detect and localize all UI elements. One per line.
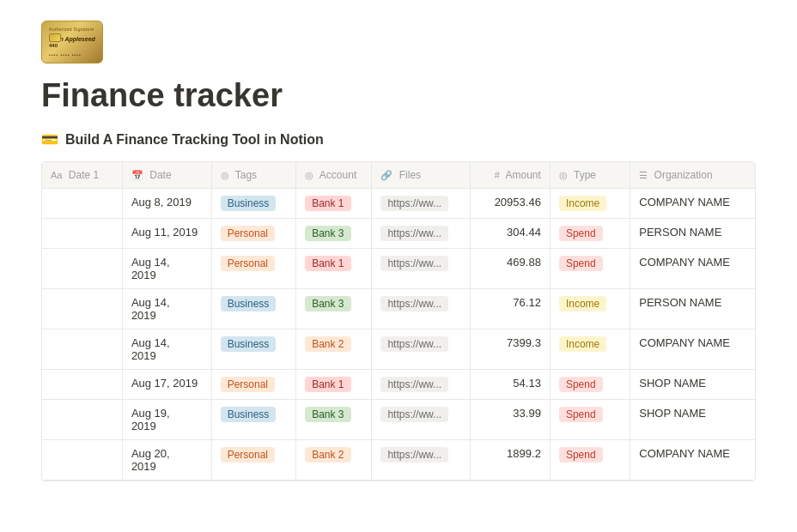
cell-date: Aug 14, 2019 [122, 329, 211, 370]
cell-type: Spend [550, 400, 630, 440]
table-row: Aug 14, 2019BusinessBank 3https://ww...7… [42, 289, 755, 329]
cell-org: COMPANY NAME [630, 189, 755, 219]
cell-amount: 7399.3 [470, 329, 550, 370]
account-badge: Bank 2 [305, 447, 350, 462]
cell-date: Aug 8, 2019 [122, 189, 211, 219]
cell-org: COMPANY NAME [630, 329, 755, 370]
card-chip [49, 33, 61, 42]
cell-amount: 1899.2 [470, 440, 550, 481]
file-link[interactable]: https://ww... [380, 377, 448, 392]
cell-tag: Business [211, 289, 296, 329]
cell-type: Spend [550, 440, 630, 481]
cell-files[interactable]: https://ww... [372, 219, 470, 249]
col-header-date: 📅 Date [122, 162, 211, 189]
cell-date: Aug 17, 2019 [122, 370, 211, 400]
tag-icon: ◎ [221, 170, 229, 180]
cell-type: Income [550, 289, 630, 329]
card-authorized-text: Authorized Signature [49, 27, 95, 32]
cell-type: Spend [550, 249, 630, 289]
cell-amount: 33.99 [470, 400, 550, 440]
file-link[interactable]: https://ww... [380, 407, 448, 422]
account-badge: Bank 3 [305, 296, 350, 311]
col-header-type: ◎ Type [550, 162, 630, 189]
cell-account: Bank 1 [296, 370, 372, 400]
tag-badge: Business [221, 407, 277, 422]
table-row: Aug 14, 2019PersonalBank 1https://ww...4… [42, 249, 755, 289]
cell-date1 [42, 400, 122, 440]
cell-files[interactable]: https://ww... [372, 249, 470, 289]
cell-date1 [42, 189, 122, 219]
cell-files[interactable]: https://ww... [372, 189, 470, 219]
cell-date: Aug 14, 2019 [122, 249, 211, 289]
file-link[interactable]: https://ww... [380, 447, 448, 462]
cell-org: COMPANY NAME [630, 249, 755, 289]
account-badge: Bank 1 [305, 377, 350, 392]
cell-date: Aug 14, 2019 [122, 289, 211, 329]
account-badge: Bank 3 [305, 407, 350, 422]
cell-amount: 469.88 [470, 249, 550, 289]
file-link[interactable]: https://ww... [380, 296, 448, 311]
section-title: Build A Finance Tracking Tool in Notion [65, 132, 324, 148]
cell-org: SHOP NAME [630, 400, 755, 440]
data-table: Aa Date 1 📅 Date ◎ Tags ◎ Account [41, 161, 756, 481]
cell-type: Income [550, 189, 630, 219]
cell-files[interactable]: https://ww... [372, 289, 470, 329]
org-icon: ☰ [639, 170, 648, 180]
account-badge: Bank 3 [305, 226, 350, 241]
cell-tag: Personal [211, 440, 296, 481]
cell-files[interactable]: https://ww... [372, 370, 470, 400]
cell-date1 [42, 370, 122, 400]
tag-badge: Personal [221, 226, 275, 241]
cell-date: Aug 20, 2019 [122, 440, 211, 481]
hash-icon: # [495, 170, 500, 180]
cell-files[interactable]: https://ww... [372, 400, 470, 440]
cell-amount: 54.13 [470, 370, 550, 400]
table-row: Aug 19, 2019BusinessBank 3https://ww...3… [42, 400, 755, 440]
col-header-date1: Aa Date 1 [42, 162, 122, 189]
cell-files[interactable]: https://ww... [372, 440, 470, 481]
cell-account: Bank 2 [296, 329, 372, 370]
account-badge: Bank 2 [305, 336, 350, 352]
cell-tag: Business [211, 400, 296, 440]
cell-account: Bank 1 [296, 249, 372, 289]
type-badge: Spend [559, 407, 603, 422]
cell-date1 [42, 219, 122, 249]
files-icon: 🔗 [380, 170, 392, 180]
cell-org: PERSON NAME [630, 219, 755, 249]
cell-tag: Personal [211, 370, 296, 400]
cell-date: Aug 19, 2019 [122, 400, 211, 440]
type-badge: Spend [559, 447, 603, 462]
cell-date: Aug 11, 2019 [122, 219, 211, 249]
file-link[interactable]: https://ww... [380, 256, 448, 271]
file-link[interactable]: https://ww... [380, 196, 448, 211]
cell-files[interactable]: https://ww... [372, 329, 470, 370]
card-number: •••• •••• •••• [49, 52, 95, 57]
cell-org: COMPANY NAME [630, 440, 755, 481]
type-badge: Income [559, 296, 606, 311]
cell-type: Spend [550, 370, 630, 400]
type-badge: Spend [559, 256, 603, 271]
tag-badge: Personal [221, 256, 275, 271]
cell-amount: 304.44 [470, 219, 550, 249]
col-header-account: ◎ Account [296, 162, 372, 189]
cell-tag: Business [211, 189, 296, 219]
calendar-icon: 📅 [131, 170, 143, 180]
file-link[interactable]: https://ww... [380, 226, 448, 241]
col-header-org: ☰ Organization [630, 162, 755, 189]
account-icon: ◎ [305, 170, 313, 180]
cell-account: Bank 3 [296, 219, 372, 249]
cell-type: Income [550, 329, 630, 370]
file-link[interactable]: https://ww... [380, 336, 448, 352]
cell-tag: Business [211, 329, 296, 370]
tag-badge: Personal [221, 377, 275, 392]
tag-badge: Business [221, 336, 277, 352]
type-badge: Income [559, 336, 606, 352]
credit-card-icon: Authorized Signature John Appleseed 440 … [41, 21, 103, 63]
account-badge: Bank 1 [305, 256, 350, 271]
cell-tag: Personal [211, 219, 296, 249]
section-icon: 💳 [41, 131, 58, 148]
account-badge: Bank 1 [305, 196, 350, 211]
cell-date1 [42, 289, 122, 329]
table-row: Aug 17, 2019PersonalBank 1https://ww...5… [42, 370, 755, 400]
cell-tag: Personal [211, 249, 296, 289]
